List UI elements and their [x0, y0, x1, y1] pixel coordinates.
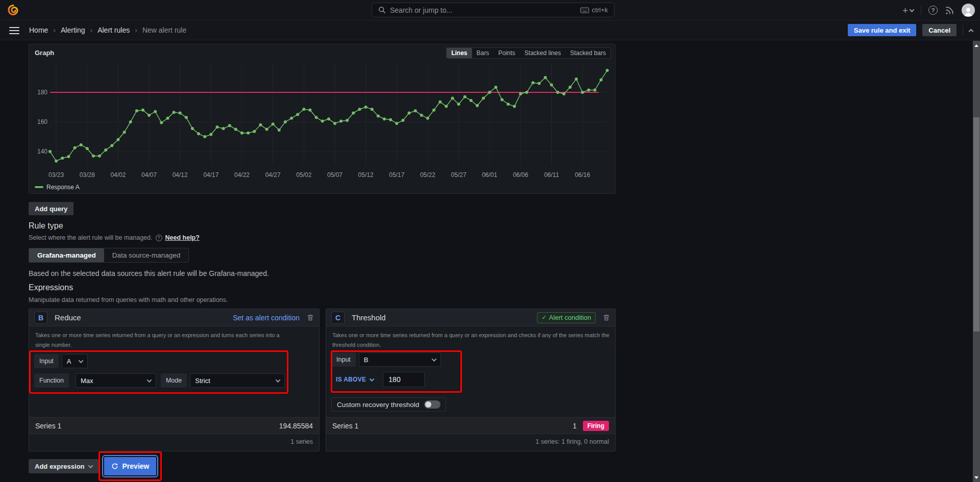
- custom-recovery-label: Custom recovery threshold: [337, 401, 419, 409]
- need-help-link[interactable]: Need help?: [165, 234, 200, 241]
- svg-text:05/27: 05/27: [451, 171, 467, 179]
- keyboard-icon: [580, 7, 589, 13]
- reduce-input-select[interactable]: A: [62, 354, 88, 368]
- scroll-up-arrow-icon[interactable]: [973, 42, 980, 49]
- reduce-result-row: Series 1 194.85584: [29, 417, 319, 434]
- breadcrumb-separator: ›: [135, 26, 137, 34]
- page-scrollbar[interactable]: [973, 41, 980, 482]
- trash-icon[interactable]: [603, 314, 610, 321]
- svg-text:Response A: Response A: [46, 184, 80, 191]
- breadcrumb-alerting[interactable]: Alerting: [61, 26, 85, 34]
- threshold-input-label: Input: [331, 352, 356, 367]
- chevron-down-icon: [276, 377, 281, 383]
- collapse-chevron-up-icon[interactable]: [969, 29, 974, 34]
- threshold-expression-card: C Threshold Alert condition Takes one or…: [326, 309, 616, 451]
- chevron-down-icon: [910, 7, 915, 12]
- viz-option-lines[interactable]: Lines: [447, 48, 472, 58]
- time-series-chart: 14016018003/2303/2804/0204/0704/1204/170…: [29, 60, 615, 193]
- nav-divider: [921, 6, 921, 15]
- expressions-subtitle-text: Manipulate data returned from queries wi…: [29, 296, 228, 303]
- alert-condition-badge-label: Alert condition: [549, 314, 591, 321]
- chevron-down-icon: [431, 357, 436, 362]
- breadcrumb: Home › Alerting › Alert rules › New aler…: [29, 20, 186, 40]
- save-rule-button[interactable]: Save rule and exit: [848, 24, 917, 36]
- menu-hamburger-icon[interactable]: [9, 27, 19, 34]
- search-input[interactable]: [390, 6, 576, 14]
- viz-option-stacked-lines[interactable]: Stacked lines: [520, 48, 566, 58]
- svg-text:06/16: 06/16: [575, 171, 590, 179]
- reduce-function-select[interactable]: Max: [76, 373, 156, 388]
- rule-type-note: Based on the selected data sources this …: [29, 269, 269, 277]
- page-actions: Save rule and exit Cancel: [848, 20, 973, 40]
- svg-text:06/11: 06/11: [544, 171, 559, 179]
- threshold-operator-select[interactable]: IS ABOVE: [336, 376, 374, 383]
- user-avatar[interactable]: [962, 4, 975, 17]
- svg-text:03/28: 03/28: [80, 171, 95, 179]
- breadcrumb-separator: ›: [53, 26, 56, 34]
- threshold-input-value: B: [364, 356, 369, 364]
- recovery-toggle-switch[interactable]: [424, 400, 440, 409]
- threshold-footer: 1 series: 1 firing, 0 normal: [535, 438, 609, 445]
- expressions-heading: Expressions: [29, 283, 73, 292]
- alert-condition-badge: Alert condition: [537, 312, 596, 323]
- reduce-function-label: Function: [34, 373, 69, 388]
- scroll-down-arrow-icon[interactable]: [973, 474, 980, 481]
- reduce-input-label: Input: [34, 354, 59, 368]
- search-icon: [378, 6, 386, 14]
- actions-divider: [963, 26, 963, 35]
- svg-text:06/06: 06/06: [513, 171, 528, 179]
- reduce-mode-value: Strict: [195, 377, 210, 385]
- top-nav: ctrl+k +: [0, 0, 980, 20]
- reduce-card-title: Reduce: [55, 313, 81, 322]
- threshold-series-value: 1: [573, 422, 577, 430]
- chevron-down-icon: [370, 376, 375, 382]
- nav-right-actions: +: [902, 0, 975, 20]
- breadcrumb-bar: Home › Alerting › Alert rules › New aler…: [0, 20, 980, 40]
- grafana-new-alert-rule-page: ctrl+k + Home › Alerting › Alert rules ›: [0, 0, 980, 482]
- trash-icon[interactable]: [307, 314, 314, 321]
- plus-icon: +: [902, 6, 908, 15]
- breadcrumb-alert-rules[interactable]: Alert rules: [97, 26, 130, 34]
- cancel-button[interactable]: Cancel: [922, 24, 957, 36]
- reduce-expression-card: B Reduce Set as alert condition Takes on…: [29, 309, 320, 451]
- rule-type-toggle-group: Grafana-managed Data source-managed: [29, 248, 189, 263]
- set-as-alert-condition-link[interactable]: Set as alert condition: [233, 314, 300, 322]
- global-search[interactable]: ctrl+k: [372, 3, 615, 17]
- chevron-down-icon: [78, 358, 83, 363]
- news-rss-icon[interactable]: [945, 6, 954, 15]
- svg-text:04/17: 04/17: [203, 171, 218, 179]
- preview-button[interactable]: Preview: [104, 457, 156, 475]
- new-menu-button[interactable]: +: [902, 6, 914, 15]
- viz-option-stacked-bars[interactable]: Stacked bars: [566, 48, 610, 58]
- rule-type-subtitle: Select where the alert rule will be mana…: [29, 234, 200, 241]
- firing-state-badge: Firing: [583, 421, 609, 431]
- svg-text:05/02: 05/02: [296, 171, 311, 179]
- help-icon[interactable]: [928, 6, 938, 15]
- rule-type-datasource-managed[interactable]: Data source-managed: [104, 248, 189, 262]
- threshold-operator-value: IS ABOVE: [336, 376, 366, 383]
- rule-type-grafana-managed[interactable]: Grafana-managed: [29, 248, 104, 262]
- info-icon: [156, 235, 162, 241]
- svg-text:04/07: 04/07: [141, 171, 157, 179]
- refresh-icon: [111, 463, 118, 470]
- breadcrumb-home[interactable]: Home: [29, 26, 48, 34]
- threshold-result-row: Series 1 1 Firing: [326, 417, 615, 434]
- breadcrumb-current: New alert rule: [142, 26, 186, 34]
- add-expression-button[interactable]: Add expression: [29, 459, 99, 473]
- chevron-down-icon: [88, 463, 93, 468]
- threshold-input-select[interactable]: B: [359, 352, 441, 367]
- scrollbar-thumb[interactable]: [973, 117, 979, 332]
- threshold-value-input[interactable]: [383, 372, 425, 387]
- reduce-mode-label: Mode: [161, 373, 187, 388]
- threshold-condition-row: IS ABOVE: [336, 372, 425, 387]
- toggle-knob: [425, 401, 431, 408]
- viz-option-points[interactable]: Points: [494, 48, 520, 58]
- viz-option-bars[interactable]: Bars: [472, 48, 494, 58]
- reduce-mode-select[interactable]: Strict: [190, 373, 285, 388]
- add-query-button[interactable]: Add query: [29, 202, 74, 215]
- svg-text:05/22: 05/22: [420, 171, 435, 179]
- svg-text:06/01: 06/01: [482, 171, 497, 179]
- threshold-ref-id-badge: C: [331, 312, 345, 324]
- reduce-function-row: Function Max Mode Strict: [34, 373, 285, 388]
- grafana-logo-icon[interactable]: [7, 4, 19, 16]
